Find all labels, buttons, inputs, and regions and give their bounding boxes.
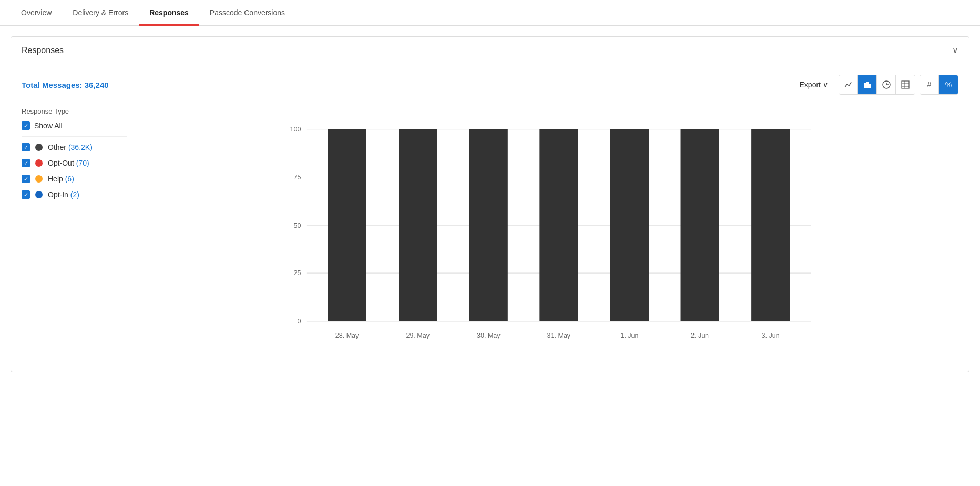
chart-type-selector	[839, 75, 915, 95]
legend-panel: Response Type ✓ Show All ✓ Other (36.2K)	[22, 107, 127, 361]
card-body: Total Messages: 36,240 Export ∨	[11, 64, 969, 372]
svg-text:25: 25	[294, 269, 301, 277]
show-all-checkbox[interactable]: ✓	[22, 122, 30, 130]
svg-text:29. May: 29. May	[406, 332, 430, 339]
optin-checkbox[interactable]: ✓	[22, 190, 30, 199]
bar-chart: 100 75 50 25 0	[137, 107, 958, 360]
percent-button[interactable]: %	[939, 75, 958, 94]
svg-text:3. Jun: 3. Jun	[762, 332, 780, 339]
bar-rect	[610, 129, 649, 321]
bar-rect	[681, 129, 719, 321]
list-item: ✓ Other (36.2K)	[22, 143, 127, 151]
bar-rect	[399, 129, 437, 321]
other-label: Other (36.2K)	[48, 143, 93, 151]
bar-rect	[469, 129, 508, 321]
top-row: Total Messages: 36,240 Export ∨	[22, 75, 958, 95]
export-button[interactable]: Export ∨	[793, 77, 834, 92]
show-all-label: Show All	[34, 122, 63, 130]
chevron-down-icon: ∨	[823, 80, 828, 89]
count-button[interactable]: #	[920, 75, 939, 94]
page-wrapper: Overview Delivery & Errors Responses Pas…	[0, 0, 980, 486]
total-messages: Total Messages: 36,240	[22, 80, 109, 89]
bar-rect	[539, 129, 578, 321]
optout-dot	[35, 159, 43, 167]
chart-area: Response Type ✓ Show All ✓ Other (36.2K)	[22, 107, 958, 361]
svg-text:2. Jun: 2. Jun	[691, 332, 709, 339]
display-mode-selector: # %	[920, 75, 958, 95]
svg-rect-6	[902, 81, 909, 88]
tabs-bar: Overview Delivery & Errors Responses Pas…	[0, 0, 980, 26]
show-all-row: ✓ Show All	[22, 122, 127, 137]
list-item: ✓ Help (6)	[22, 175, 127, 183]
help-checkbox[interactable]: ✓	[22, 175, 30, 183]
list-item: ✓ Opt-In (2)	[22, 190, 127, 199]
toolbar: Export ∨	[793, 75, 958, 95]
bar-chart-container: 100 75 50 25 0	[137, 107, 958, 361]
svg-rect-0	[864, 83, 866, 88]
bar-chart-button[interactable]	[858, 75, 877, 94]
help-label: Help (6)	[48, 175, 74, 183]
svg-text:75: 75	[294, 174, 301, 181]
tab-overview[interactable]: Overview	[11, 0, 62, 25]
chevron-down-icon[interactable]: ∨	[952, 45, 958, 55]
responses-card: Responses ∨ Total Messages: 36,240 Expor…	[11, 36, 969, 372]
optin-label: Opt-In (2)	[48, 190, 79, 199]
svg-text:100: 100	[290, 126, 301, 133]
list-item: ✓ Opt-Out (70)	[22, 159, 127, 167]
svg-text:30. May: 30. May	[477, 332, 501, 339]
main-content: Responses ∨ Total Messages: 36,240 Expor…	[0, 26, 980, 391]
tab-responses[interactable]: Responses	[139, 0, 199, 25]
legend-items: ✓ Other (36.2K) ✓ Opt-Out (70)	[22, 143, 127, 199]
line-chart-button[interactable]	[839, 75, 858, 94]
table-button[interactable]	[896, 75, 915, 94]
tab-passcode-conversions[interactable]: Passcode Conversions	[199, 0, 295, 25]
card-header: Responses ∨	[11, 37, 969, 64]
svg-text:28. May: 28. May	[335, 332, 359, 339]
svg-rect-1	[866, 82, 869, 88]
optin-dot	[35, 191, 43, 198]
other-checkbox[interactable]: ✓	[22, 143, 30, 151]
svg-rect-2	[869, 84, 871, 88]
response-type-label: Response Type	[22, 107, 127, 115]
tab-delivery-errors[interactable]: Delivery & Errors	[62, 0, 139, 25]
bar-rect	[328, 129, 366, 321]
svg-text:1. Jun: 1. Jun	[620, 332, 638, 339]
clock-chart-button[interactable]	[877, 75, 896, 94]
bar-rect	[751, 129, 790, 321]
optout-checkbox[interactable]: ✓	[22, 159, 30, 167]
other-dot	[35, 144, 43, 151]
optout-label: Opt-Out (70)	[48, 159, 89, 167]
svg-text:0: 0	[297, 318, 301, 325]
svg-text:31. May: 31. May	[547, 332, 571, 339]
help-dot	[35, 175, 43, 183]
card-title: Responses	[22, 46, 64, 55]
svg-text:50: 50	[294, 222, 301, 229]
